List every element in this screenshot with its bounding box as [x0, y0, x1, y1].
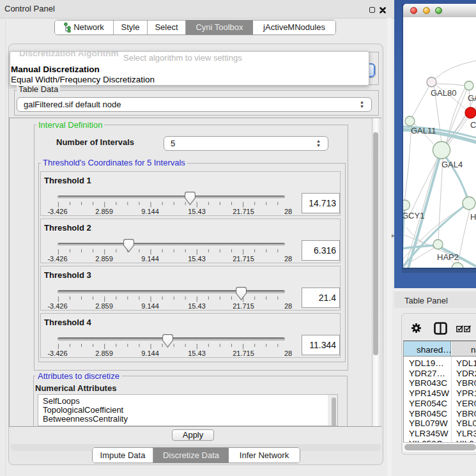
svg-text:GAL80: GAL80	[431, 88, 456, 98]
svg-text:H: H	[470, 212, 476, 222]
svg-text:GAL4: GAL4	[441, 160, 463, 169]
svg-text:HAP2: HAP2	[437, 252, 459, 262]
svg-text:GCY1: GCY1	[403, 211, 424, 220]
svg-text:GAL11: GAL11	[411, 126, 436, 135]
svg-text:C: C	[470, 120, 476, 130]
svg-text:GA: GA	[468, 93, 476, 103]
